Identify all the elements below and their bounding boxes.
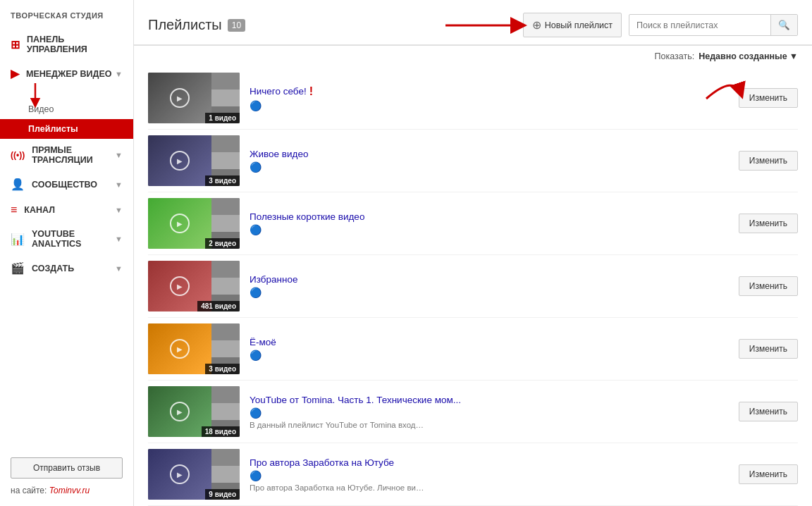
playlist-name[interactable]: Про автора Заработка на Ютубе <box>250 457 729 468</box>
edit-playlist-button[interactable]: Изменить <box>739 276 798 296</box>
playlist-row: ▶9 видеоПро автора Заработка на Ютубе🔵Пр… <box>148 443 798 506</box>
sidebar-item-channel[interactable]: ≡ КАНАЛ ▼ <box>0 197 133 223</box>
playlist-row: ▶2 видеоПолезные короткие видео🔵Изменить <box>148 192 798 255</box>
sidebar-item-dashboard[interactable]: ⊞ ПАНЕЛЬ УПРАВЛЕНИЯ <box>0 28 133 61</box>
playlist-desc: Про автора Заработка на Ютубе. Личное ви… <box>250 483 426 492</box>
privacy-icon: 🔵 <box>250 287 729 298</box>
dashboard-icon: ⊞ <box>11 38 20 51</box>
privacy-icon: 🔵 <box>250 470 729 481</box>
page-title: Плейлисты <box>148 17 222 33</box>
playlist-row: ▶481 видеоИзбранное🔵Изменить <box>148 255 798 318</box>
play-button-icon: ▶ <box>170 339 190 359</box>
playlist-count-badge: 10 <box>228 19 245 32</box>
edit-playlist-button[interactable]: Изменить <box>739 339 798 359</box>
playlist-row: ▶1 видеоНичего себе!!🔵 Изменить <box>148 67 798 130</box>
playlist-list: ▶1 видеоНичего себе!!🔵 Изменить▶3 видеоЖ… <box>134 67 812 506</box>
community-label: СООБЩЕСТВО <box>32 180 97 190</box>
playlist-name[interactable]: Ничего себе!! <box>250 85 729 98</box>
privacy-icon: 🔵 <box>250 100 729 111</box>
video-count-badge: 18 видео <box>202 426 240 437</box>
new-playlist-button[interactable]: ⊕ Новый плейлист <box>523 13 622 37</box>
playlist-name[interactable]: Избранное <box>250 274 729 285</box>
sidebar-bottom: Отправить отзыв на сайте: Tominvv.ru <box>0 447 133 506</box>
edit-playlist-button[interactable]: Изменить <box>739 214 798 233</box>
playlist-info: Живое видео🔵 <box>250 149 729 173</box>
privacy-icon: 🔵 <box>250 224 729 235</box>
playlist-thumbnail[interactable]: ▶18 видео <box>148 386 240 437</box>
plus-icon: ⊕ <box>532 18 541 32</box>
community-icon: 👤 <box>11 178 25 191</box>
sidebar-item-analytics[interactable]: 📊 YOUTUBE ANALYTICS ▼ <box>0 223 133 255</box>
studio-title: ТВОРЧЕСКАЯ СТУДИЯ <box>0 0 133 28</box>
live-icon: ((•)) <box>11 150 25 160</box>
privacy-icon: 🔵 <box>250 407 729 419</box>
edit-arrow-annotation <box>692 67 749 104</box>
playlist-name[interactable]: Живое видео <box>250 149 729 159</box>
playlist-name[interactable]: Ё-моё <box>250 337 729 347</box>
playlist-desc: В данный плейлист YouTube от Tomina вход… <box>250 421 426 429</box>
chevron-down-icon-community: ▼ <box>115 180 123 189</box>
playlist-name[interactable]: Полезные короткие видео <box>250 211 729 222</box>
chevron-down-icon-live: ▼ <box>115 151 123 159</box>
search-button[interactable]: 🔍 <box>770 15 797 35</box>
video-count-badge: 1 видео <box>205 113 240 123</box>
privacy-icon: 🔵 <box>250 350 729 361</box>
playlist-row: ▶3 видеоЁ-моё🔵Изменить <box>148 318 798 381</box>
right-arrow-svg <box>445 15 530 36</box>
video-count-badge: 2 видео <box>205 238 240 249</box>
playlist-info: Ничего себе!!🔵 <box>250 85 729 111</box>
search-input[interactable] <box>629 16 770 35</box>
analytics-label: YOUTUBE ANALYTICS <box>32 229 115 249</box>
playlist-thumbnail[interactable]: ▶1 видео <box>148 73 240 123</box>
sidebar-down-arrow <box>28 83 49 108</box>
sidebar-sub-playlists[interactable]: Плейлисты <box>0 119 133 139</box>
arrow-annotation-new-btn <box>445 15 530 36</box>
play-button-icon: ▶ <box>170 464 190 484</box>
play-button-icon: ▶ <box>170 402 190 421</box>
chevron-down-icon: ▼ <box>115 70 123 78</box>
video-manager-label: МЕНЕДЖЕР ВИДЕО <box>26 69 111 79</box>
edit-playlist-button[interactable]: Изменить <box>739 402 798 421</box>
live-label: ПРЯМЫЕ ТРАНСЛЯЦИИ <box>32 145 115 165</box>
search-box: 🔍 <box>629 14 798 36</box>
playlist-row: ▶3 видеоЖивое видео🔵Изменить <box>148 130 798 192</box>
channel-icon: ≡ <box>11 204 17 216</box>
playlist-thumbnail[interactable]: ▶3 видео <box>148 323 240 374</box>
sidebar-item-live[interactable]: ((•)) ПРЯМЫЕ ТРАНСЛЯЦИИ ▼ <box>0 139 133 171</box>
sidebar-item-community[interactable]: 👤 СООБЩЕСТВО ▼ <box>0 171 133 197</box>
main-content: Плейлисты 10 ⊕ Новый плейлист 🔍 Показать… <box>134 0 812 506</box>
playlist-thumbnail[interactable]: ▶2 видео <box>148 198 240 249</box>
chevron-down-icon-channel: ▼ <box>115 206 123 214</box>
play-button-icon: ▶ <box>170 214 190 233</box>
video-manager-icon: ▶ <box>11 67 19 80</box>
video-count-badge: 481 видео <box>197 301 240 311</box>
video-count-badge: 3 видео <box>205 364 240 374</box>
dashboard-label: ПАНЕЛЬ УПРАВЛЕНИЯ <box>27 35 123 54</box>
main-header: Плейлисты 10 ⊕ Новый плейлист 🔍 <box>134 0 812 46</box>
playlist-info: Ё-моё🔵 <box>250 337 729 361</box>
feedback-button[interactable]: Отправить отзыв <box>11 457 123 479</box>
playlist-thumbnail[interactable]: ▶9 видео <box>148 449 240 500</box>
edit-playlist-button[interactable]: Изменить <box>739 151 798 171</box>
sidebar: ТВОРЧЕСКАЯ СТУДИЯ ⊞ ПАНЕЛЬ УПРАВЛЕНИЯ ▶ … <box>0 0 134 506</box>
playlist-thumbnail[interactable]: ▶481 видео <box>148 261 240 311</box>
play-button-icon: ▶ <box>170 151 190 171</box>
chevron-down-icon-analytics: ▼ <box>115 235 123 243</box>
sort-bar: Показать: Недавно созданные ▼ <box>134 46 812 67</box>
sidebar-item-video-manager[interactable]: ▶ МЕНЕДЖЕР ВИДЕО ▼ <box>0 61 133 87</box>
playlist-row: ▶18 видеоYouTube от Tomina. Часть 1. Тех… <box>148 381 798 443</box>
sort-dropdown[interactable]: Недавно созданные ▼ <box>699 51 798 61</box>
video-count-badge: 9 видео <box>205 489 240 500</box>
sidebar-sub-video[interactable]: Видео <box>0 99 133 119</box>
sidebar-item-create[interactable]: 🎬 СОЗДАТЬ ▼ <box>0 255 133 281</box>
create-icon: 🎬 <box>11 261 25 275</box>
playlist-info: YouTube от Tomina. Часть 1. Технические … <box>250 395 729 429</box>
playlist-thumbnail[interactable]: ▶3 видео <box>148 135 240 186</box>
chevron-down-icon-sort: ▼ <box>789 51 798 61</box>
video-count-badge: 3 видео <box>205 175 240 186</box>
playlist-name[interactable]: YouTube от Tomina. Часть 1. Технические … <box>250 395 729 405</box>
playlist-info: Избранное🔵 <box>250 274 729 298</box>
edit-playlist-button[interactable]: Изменить <box>739 464 798 484</box>
playlist-info: Полезные короткие видео🔵 <box>250 211 729 235</box>
site-link[interactable]: Tominvv.ru <box>49 486 90 495</box>
